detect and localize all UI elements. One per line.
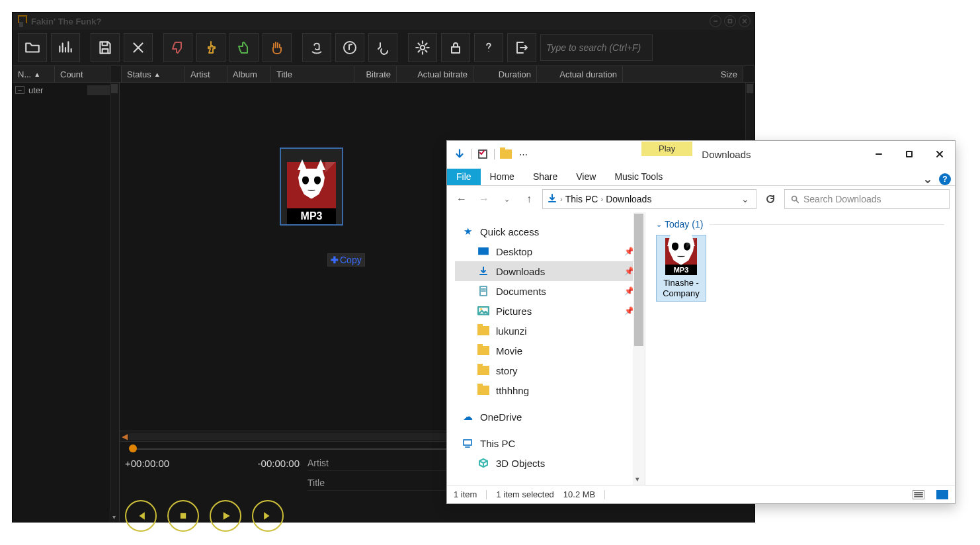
col-bitrate[interactable]: Bitrate xyxy=(354,66,397,82)
file-view[interactable]: ⌄ Today (1) MP3 Tinashe - Company xyxy=(645,212,955,485)
breadcrumb-downloads[interactable]: Downloads xyxy=(606,194,651,204)
delete-button[interactable] xyxy=(124,33,153,62)
tree-item-downloads[interactable]: Downloads📌 xyxy=(455,261,645,281)
details-view-button[interactable] xyxy=(913,490,924,499)
tree-item-desktop[interactable]: Desktop📌 xyxy=(455,241,645,261)
breadcrumb-chevron-icon[interactable]: › xyxy=(600,195,603,203)
explorer-maximize-button[interactable] xyxy=(894,141,924,167)
disc-button[interactable] xyxy=(335,33,364,62)
help-icon[interactable]: ? xyxy=(939,173,951,185)
col-duration[interactable]: Duration xyxy=(473,66,537,82)
amazon-button[interactable] xyxy=(302,33,331,62)
stop-button[interactable] xyxy=(167,500,199,532)
next-button[interactable] xyxy=(252,500,284,532)
address-bar[interactable]: › This PC › Downloads ⌄ xyxy=(542,189,756,209)
tree-item-documents[interactable]: Documents📌 xyxy=(455,281,645,301)
tree-pane: − uter 0 ▾ xyxy=(13,83,120,522)
ribbon-expand-icon[interactable] xyxy=(920,177,935,185)
settings-button[interactable] xyxy=(408,33,437,62)
documents-icon xyxy=(477,285,489,297)
col-size[interactable]: Size xyxy=(623,66,743,82)
prev-button[interactable] xyxy=(125,500,157,532)
tree-item-folder[interactable]: lukunzi xyxy=(455,321,645,341)
nav-history-dropdown[interactable]: ⌄ xyxy=(497,190,516,208)
group-header[interactable]: ⌄ Today (1) xyxy=(656,219,944,230)
explorer-search-input[interactable]: Search Downloads xyxy=(784,189,950,209)
explorer-close-button[interactable] xyxy=(924,141,955,167)
ribbon-contextual-play[interactable]: Play xyxy=(641,142,692,156)
tree-item-folder[interactable]: Movie xyxy=(455,341,645,360)
collapse-icon[interactable]: − xyxy=(15,86,24,94)
tree-item-folder[interactable]: story xyxy=(455,360,645,380)
time-elapsed: +00:00:00 xyxy=(125,458,169,491)
downloads-icon xyxy=(547,193,557,206)
col-artist[interactable]: Artist xyxy=(185,66,227,82)
tree-scrollbar[interactable]: ▾ xyxy=(633,212,645,485)
nav-back-button[interactable]: ← xyxy=(452,190,471,208)
app-titlebar[interactable]: Fakin' The Funk? xyxy=(13,13,755,30)
beatport-button[interactable] xyxy=(368,33,397,62)
tree-3d-objects[interactable]: 3D Objects xyxy=(455,453,645,473)
minimize-button[interactable] xyxy=(710,15,721,27)
close-button[interactable] xyxy=(739,15,751,27)
breadcrumb-thispc[interactable]: This PC xyxy=(565,194,598,204)
hand-button[interactable] xyxy=(263,33,292,62)
qat-folder-icon[interactable] xyxy=(500,148,512,160)
tree-scrollbar[interactable] xyxy=(110,83,119,522)
time-remaining: -00:00:00 xyxy=(258,458,300,491)
explorer-titlebar[interactable]: ⋯ Play Downloads xyxy=(447,141,955,167)
help-button[interactable] xyxy=(474,33,503,62)
tab-view[interactable]: View xyxy=(567,169,605,185)
tree-quick-access[interactable]: ★ Quick access xyxy=(455,222,645,241)
lock-button[interactable] xyxy=(441,33,470,62)
icons-view-button[interactable] xyxy=(936,490,948,499)
col-name[interactable]: N...▲ xyxy=(13,66,55,82)
search-input[interactable]: Type to search (Ctrl+F) xyxy=(540,34,653,61)
file-item-selected[interactable]: MP3 Tinashe - Company xyxy=(656,235,706,302)
qat-overflow-icon[interactable]: ⋯ xyxy=(517,148,529,160)
tree-scroll-down-icon[interactable]: ▾ xyxy=(109,511,118,522)
tab-file[interactable]: File xyxy=(447,169,481,185)
qat-props-icon[interactable] xyxy=(477,148,489,160)
svg-point-9 xyxy=(488,51,489,52)
col-title[interactable]: Title xyxy=(271,66,354,82)
spectrum-button[interactable] xyxy=(51,33,80,62)
col-album[interactable]: Album xyxy=(227,66,271,82)
thumbs-down-button[interactable] xyxy=(163,33,192,62)
tab-music-tools[interactable]: Music Tools xyxy=(605,169,672,185)
nav-forward-button[interactable]: → xyxy=(475,190,493,208)
scroll-left-icon[interactable]: ◀ xyxy=(120,432,129,441)
search-icon xyxy=(790,194,799,204)
open-folder-button[interactable] xyxy=(18,33,47,62)
app-title: Fakin' The Funk? xyxy=(31,17,101,26)
tree-this-pc[interactable]: This PC xyxy=(455,433,645,453)
maximize-button[interactable] xyxy=(724,15,736,27)
point-up-button[interactable] xyxy=(196,33,225,62)
thumbs-up-button[interactable] xyxy=(229,33,259,62)
col-actual-duration[interactable]: Actual duration xyxy=(537,66,623,82)
exit-button[interactable] xyxy=(507,33,536,62)
col-actual-bitrate[interactable]: Actual bitrate xyxy=(397,66,473,82)
tree-item-folder[interactable]: tthhhng xyxy=(455,380,645,400)
col-status[interactable]: Status▲ xyxy=(122,66,185,82)
refresh-button[interactable] xyxy=(760,189,780,209)
save-button[interactable] xyxy=(91,33,120,62)
pictures-icon xyxy=(477,305,489,317)
col-count[interactable]: Count xyxy=(55,66,110,82)
folder-icon xyxy=(477,384,489,396)
tab-home[interactable]: Home xyxy=(481,169,524,185)
tree-onedrive[interactable]: ☁OneDrive xyxy=(455,407,645,427)
tree-item-pictures[interactable]: Pictures📌 xyxy=(455,301,645,321)
seek-handle[interactable] xyxy=(129,444,137,452)
address-dropdown-icon[interactable]: ⌄ xyxy=(739,194,752,204)
dragged-mp3-file[interactable]: MP3 xyxy=(280,147,343,226)
tree-row[interactable]: − uter 0 xyxy=(13,83,119,97)
play-button[interactable] xyxy=(210,500,241,532)
tab-share[interactable]: Share xyxy=(524,169,567,185)
svg-rect-13 xyxy=(907,151,912,157)
breadcrumb-chevron-icon[interactable]: › xyxy=(560,195,563,203)
nav-up-button[interactable]: ↑ xyxy=(520,190,538,208)
explorer-minimize-button[interactable] xyxy=(864,141,894,167)
qat-down-icon[interactable] xyxy=(454,148,466,160)
nav-tree: ★ Quick access Desktop📌 Downloads📌 Docum… xyxy=(447,212,645,485)
